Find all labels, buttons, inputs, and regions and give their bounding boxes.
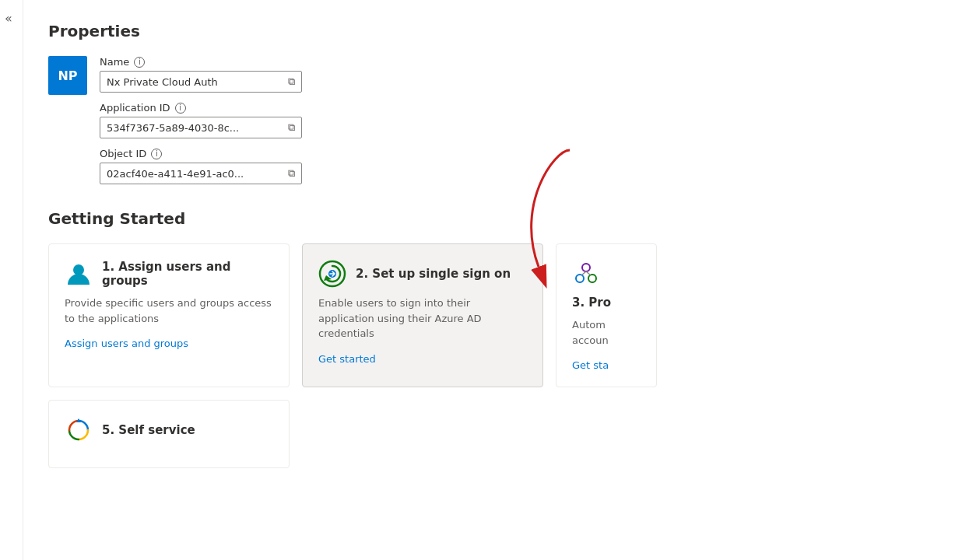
properties-section: Properties NP Name i Nx Private Cloud Au… — [48, 22, 944, 184]
card-2-title: 2. Set up single sign on — [356, 267, 511, 281]
svg-point-1 — [73, 264, 84, 275]
bottom-cards-row: 5. Self service — [48, 400, 944, 468]
name-field-group: Name i Nx Private Cloud Auth ⧉ — [100, 56, 302, 93]
properties-fields: Name i Nx Private Cloud Auth ⧉ Applicati… — [100, 56, 302, 184]
main-content: Properties NP Name i Nx Private Cloud Au… — [23, 0, 969, 560]
svg-line-8 — [581, 271, 586, 275]
name-copy-icon[interactable]: ⧉ — [288, 75, 295, 88]
object-id-info-icon[interactable]: i — [151, 149, 162, 159]
object-id-copy-icon[interactable]: ⧉ — [288, 167, 295, 180]
sso-icon — [318, 260, 346, 288]
properties-title: Properties — [48, 22, 944, 40]
name-label: Name i — [100, 56, 302, 68]
left-sidebar: « — [0, 0, 23, 560]
svg-point-5 — [582, 264, 590, 271]
app-avatar: NP — [48, 56, 87, 95]
card-self-service: 5. Self service — [48, 400, 290, 468]
object-id-input[interactable]: 02acf40e-a411-4e91-ac0... ⧉ — [100, 163, 302, 184]
provision-icon — [572, 260, 600, 288]
card-1-description: Provide specific users and groups access… — [65, 296, 273, 326]
card-self-service-header: 5. Self service — [65, 416, 273, 444]
card-2-description: Enable users to sign into their applicat… — [318, 296, 527, 341]
assign-users-link[interactable]: Assign users and groups — [65, 338, 188, 349]
name-info-icon[interactable]: i — [134, 57, 145, 68]
svg-point-6 — [576, 275, 584, 282]
svg-line-9 — [586, 271, 591, 275]
card-sso: 2. Set up single sign on Enable users to… — [302, 243, 543, 387]
app-header: NP Name i Nx Private Cloud Auth ⧉ — [48, 56, 944, 184]
person-icon — [65, 260, 93, 288]
app-id-info-icon[interactable]: i — [175, 103, 186, 114]
app-id-copy-icon[interactable]: ⧉ — [288, 121, 295, 134]
svg-point-7 — [588, 275, 596, 282]
getting-started-title: Getting Started — [48, 209, 944, 228]
card-sso-header: 2. Set up single sign on — [318, 260, 527, 288]
card-1-title: 1. Assign users and groups — [102, 260, 273, 288]
object-id-field-group: Object ID i 02acf40e-a411-4e91-ac0... ⧉ — [100, 148, 302, 184]
name-input[interactable]: Nx Private Cloud Auth ⧉ — [100, 71, 302, 93]
card-provision-partial: 3. Pro Autom accoun Get sta — [556, 243, 657, 387]
app-id-field-group: Application ID i 534f7367-5a89-4030-8c..… — [100, 102, 302, 138]
self-service-icon — [65, 416, 93, 444]
collapse-icon[interactable]: « — [5, 11, 12, 26]
getting-started-section: Getting Started — [48, 209, 944, 468]
card-assign-users-header: 1. Assign users and groups — [65, 260, 273, 288]
app-id-input[interactable]: 534f7367-5a89-4030-8c... ⧉ — [100, 117, 302, 138]
card-assign-users: 1. Assign users and groups Provide speci… — [48, 243, 290, 387]
card-3-description: Autom accoun — [572, 317, 641, 348]
card-provision-header — [572, 260, 641, 288]
provision-link[interactable]: Get sta — [572, 359, 609, 371]
cards-row: 1. Assign users and groups Provide speci… — [48, 243, 944, 387]
card-5-title: 5. Self service — [102, 423, 195, 437]
sso-link[interactable]: Get started — [318, 353, 376, 365]
app-id-label: Application ID i — [100, 102, 302, 114]
object-id-label: Object ID i — [100, 148, 302, 159]
card-3-title: 3. Pro — [572, 296, 641, 310]
